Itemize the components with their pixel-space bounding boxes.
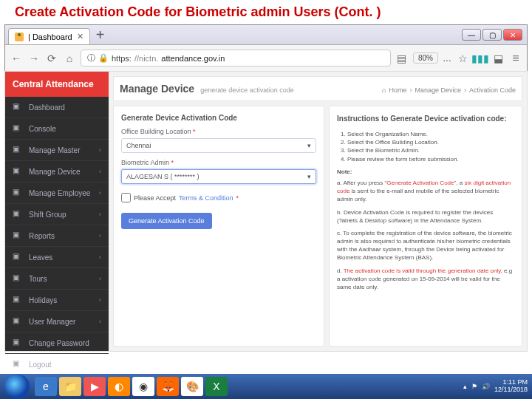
sidebar-item-manage-master[interactable]: ▣Manage Master‹ [5, 140, 109, 161]
zoom-level[interactable]: 80% [413, 52, 438, 64]
tray-volume-icon[interactable]: 🔊 [482, 383, 490, 390]
reload-button[interactable]: ⟳ [45, 52, 58, 65]
taskbar-ie-icon[interactable]: e [35, 377, 57, 396]
accept-terms-checkbox[interactable] [121, 193, 131, 202]
taskbar-clock[interactable]: 1:11 PM 12/11/2018 [494, 379, 528, 394]
sidebar-item-shift-group[interactable]: ▣Shift Group‹ [5, 204, 109, 225]
address-bar: ← → ⟳ ⌂ ⓘ 🔒 https: //nictn. attendance.g… [5, 45, 527, 71]
sidebar-item-holidays[interactable]: ▣Holidays‹ [5, 290, 109, 311]
star-icon[interactable]: ☆ [456, 52, 469, 65]
nav-icon: ▣ [13, 102, 23, 112]
crumb-manage-device[interactable]: Manage Device [415, 86, 461, 94]
nav-icon: ▣ [13, 145, 23, 155]
window-minimize-button[interactable]: — [462, 29, 481, 41]
sidebar-item-reports[interactable]: ▣Reports‹ [5, 225, 109, 247]
sidebar-item-leaves[interactable]: ▣Leaves‹ [5, 247, 109, 268]
accept-label: Please Accept [134, 194, 176, 202]
page-header: Manage Device generate device activation… [113, 76, 522, 101]
sidebar-item-dashboard[interactable]: ▣Dashboard [5, 97, 109, 118]
sidebar-item-label: Holidays [29, 296, 57, 304]
nav-icon: ▣ [13, 295, 23, 305]
location-value: Chennai [126, 142, 151, 149]
sidebar-item-label: Manage Master [29, 146, 80, 154]
chevron-left-icon: ‹ [99, 168, 101, 175]
chevron-left-icon: ‹ [99, 211, 101, 218]
sidebar-item-label: Dashboard [29, 103, 65, 112]
url-input[interactable]: ⓘ 🔒 https: //nictn. attendance.gov.in [81, 50, 391, 66]
page-subtitle: generate device activation code [200, 86, 294, 94]
forward-button[interactable]: → [27, 52, 41, 65]
form-title: Generate Device Activation Code [121, 114, 316, 122]
slide-title: Create Activation Code for Biometric adm… [0, 0, 532, 24]
window-maximize-button[interactable]: ▢ [482, 29, 502, 41]
admin-value: ALAGESAN S ( ******** ) [126, 173, 200, 180]
crumb-home[interactable]: Home [389, 86, 406, 94]
sidebar-item-label: Tours [29, 275, 47, 283]
new-tab-button[interactable]: + [96, 27, 105, 44]
back-button[interactable]: ← [10, 52, 23, 65]
instruction-step: Select the Office Building Location. [347, 138, 514, 146]
biometric-admin-select[interactable]: ALAGESAN S ( ******** ) ▾ [121, 169, 316, 184]
shield-icon: ⓘ [87, 52, 95, 64]
home-icon[interactable]: ⌂ [382, 86, 386, 94]
admin-label: Biometric Admin * [121, 159, 316, 166]
sidebar-item-logout[interactable]: ▣Logout [5, 354, 109, 375]
terms-link[interactable]: Terms & Condition [179, 194, 233, 202]
sidebar-item-label: Manage Device [29, 168, 80, 176]
page-title: Manage Device [120, 83, 194, 95]
sidebar-item-manage-device[interactable]: ▣Manage Device‹ [5, 161, 109, 183]
reader-icon[interactable]: ▤ [395, 52, 409, 65]
nav-icon: ▣ [13, 123, 23, 134]
taskbar-explorer-icon[interactable]: 📁 [59, 377, 81, 396]
nav-icon: ▣ [13, 166, 23, 177]
window-close-button[interactable]: ✕ [503, 29, 522, 41]
url-protocol: https: [112, 54, 132, 63]
close-tab-icon[interactable]: ✕ [77, 32, 83, 41]
browser-tab[interactable]: | Dashboard ✕ [8, 28, 90, 44]
sidebar-item-label: Shift Group [29, 211, 66, 219]
tray-flag-icon[interactable]: ⚑ [471, 383, 477, 390]
generate-activation-code-button[interactable]: Generate Activation Code [121, 213, 212, 229]
download-icon[interactable]: ⬓ [491, 52, 505, 65]
location-select[interactable]: Chennai ▾ [121, 138, 316, 153]
terms-row: Please Accept Terms & Condition * [121, 193, 316, 202]
library-icon[interactable]: ▮▮▮ [474, 52, 487, 65]
sidebar-item-tours[interactable]: ▣Tours‹ [5, 268, 109, 290]
clock-date: 12/11/2018 [494, 386, 528, 394]
sidebar-item-label: Reports [29, 232, 55, 240]
chevron-down-icon: ▾ [307, 173, 311, 180]
sidebar-item-manage-employee[interactable]: ▣Manage Employee‹ [5, 183, 109, 204]
browser-chrome: | Dashboard ✕ + — ▢ ✕ ← → ⟳ ⌂ ⓘ 🔒 https:… [4, 24, 528, 71]
sidebar-item-label: Change Password [29, 339, 89, 347]
overflow-icon[interactable]: … [443, 53, 451, 64]
tab-title: | Dashboard [28, 33, 72, 41]
taskbar-excel-icon[interactable]: X [205, 377, 228, 396]
home-button[interactable]: ⌂ [63, 52, 76, 65]
instruction-step: Please review the form before submission… [347, 155, 514, 163]
sidebar-item-console[interactable]: ▣Console [5, 118, 109, 140]
sidebar-item-change-password[interactable]: ▣Change Password [5, 332, 109, 354]
taskbar-media-icon[interactable]: ▶ [83, 377, 106, 396]
instruction-step: Select the Organization Name. [347, 130, 514, 138]
taskbar-paint-icon[interactable]: 🎨 [181, 377, 203, 396]
menu-button[interactable]: ≡ [509, 52, 522, 65]
note-d: d. The activation code is valid through … [337, 267, 514, 292]
nav-icon: ▣ [13, 338, 23, 348]
start-button[interactable] [4, 374, 30, 399]
note-c: c. To complete the registration of the d… [337, 229, 514, 262]
instruction-steps: Select the Organization Name.Select the … [337, 130, 514, 163]
sidebar-item-user-manager[interactable]: ▣User Manager‹ [5, 311, 109, 332]
crumb-activation-code: Activation Code [469, 86, 516, 94]
tray-up-icon[interactable]: ▴ [463, 383, 467, 390]
chevron-left-icon: ‹ [99, 146, 101, 154]
instructions-title: Instructions to Generate Device activati… [337, 114, 514, 124]
taskbar-firefox-icon[interactable]: 🦊 [157, 377, 179, 396]
instructions-card: Instructions to Generate Device activati… [329, 106, 522, 347]
taskbar-chrome-icon[interactable]: ◉ [132, 377, 154, 396]
tab-bar: | Dashboard ✕ + — ▢ ✕ [5, 25, 527, 45]
nav-icon: ▣ [13, 188, 23, 198]
sidebar-item-label: Console [29, 125, 56, 133]
note-label: Note: [337, 168, 514, 176]
taskbar-wmp-icon[interactable]: ◐ [108, 377, 130, 396]
favicon-icon [15, 33, 24, 41]
